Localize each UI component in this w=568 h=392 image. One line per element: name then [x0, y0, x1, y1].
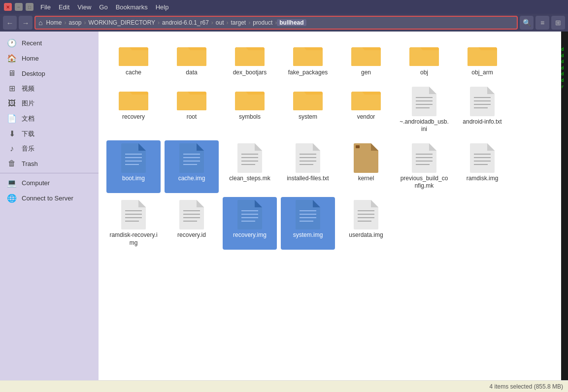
breadcrumb-out[interactable]: out [213, 19, 227, 26]
search-button[interactable]: 🔍 [520, 16, 534, 30]
file-label: boot.img [122, 175, 145, 183]
file-label: cache.img [178, 175, 205, 183]
menu-file[interactable]: File [40, 3, 51, 11]
computer-icon: 💻 [7, 178, 17, 188]
folder-fake_packages[interactable]: fake_packages [281, 39, 335, 80]
folder-recovery[interactable]: recovery [106, 84, 161, 136]
file-installed-files[interactable]: installed-files.txt [281, 140, 335, 193]
sidebar-item-videos[interactable]: ⊞ 视频 [0, 81, 99, 96]
file-cache-img[interactable]: cache.img [165, 140, 219, 193]
folder-icon [177, 87, 206, 111]
trash-icon: 🗑 [7, 159, 17, 168]
main-area: 🕐 Recent 🏠 Home 🖥 Desktop ⊞ 视频 🖼 图片 📄 文档… [0, 32, 568, 380]
folder-gen[interactable]: gen [339, 39, 393, 80]
sidebar-item-recent[interactable]: 🕐 Recent [0, 35, 99, 51]
menu-view[interactable]: View [77, 3, 91, 11]
sidebar-label-recent: Recent [22, 39, 42, 47]
file-label: recovery.img [233, 231, 267, 239]
breadcrumb-home[interactable]: ⌂ [38, 19, 42, 27]
breadcrumb-android[interactable]: android-6.0.1_r67 [160, 19, 211, 26]
file-label: fake_packages [288, 69, 328, 77]
sidebar-item-computer[interactable]: 💻 Computer [0, 175, 99, 191]
titlebar: ✕ − □ File Edit View Go Bookmarks Help [0, 0, 568, 14]
connect-icon: 🌐 [7, 194, 17, 203]
file-area[interactable]: cache data dex_bootjars fake_packages ge… [99, 32, 561, 380]
breadcrumb-product[interactable]: product [250, 19, 275, 26]
minimize-button[interactable]: − [15, 3, 23, 11]
desktop-icon: 🖥 [7, 69, 17, 78]
recent-icon: 🕐 [7, 38, 17, 48]
file-label: ramdisk-recovery.img [108, 231, 159, 247]
file-recovery-img[interactable]: recovery.img [223, 197, 277, 250]
file-icon [121, 143, 146, 173]
file-label: installed-files.txt [287, 175, 329, 183]
svg-rect-26 [177, 95, 206, 110]
sidebar: 🕐 Recent 🏠 Home 🖥 Desktop ⊞ 视频 🖼 图片 📄 文档… [0, 32, 99, 380]
close-button[interactable]: ✕ [4, 3, 12, 11]
file-label: dex_bootjars [233, 69, 267, 77]
sidebar-item-downloads[interactable]: ⬇ 下载 [0, 126, 99, 141]
sidebar-item-home[interactable]: 🏠 Home [0, 51, 99, 66]
grid-view-button[interactable]: ⊞ [551, 16, 565, 30]
folder-dex_bootjars[interactable]: dex_bootjars [223, 39, 277, 80]
file-label: ramdisk.img [467, 175, 499, 183]
file-androidadb[interactable]: ~.androidadb_usb.ini [397, 84, 451, 136]
file-label: userdata.img [349, 231, 383, 239]
breadcrumb-bullhead[interactable]: bullhead [277, 19, 306, 26]
file-label: vendor [357, 113, 375, 121]
folder-icon [468, 42, 497, 67]
file-android-info[interactable]: android-info.txt [455, 84, 509, 136]
maximize-button[interactable]: □ [26, 3, 33, 11]
folder-icon [293, 87, 323, 111]
sidebar-label-desktop: Desktop [22, 70, 45, 77]
breadcrumb-home-label[interactable]: Home [43, 19, 64, 26]
file-previous-build[interactable]: previous_build_config.mk [397, 140, 451, 193]
file-ramdisk-recovery[interactable]: ramdisk-recovery.img [106, 197, 161, 250]
menu-bookmarks[interactable]: Bookmarks [116, 3, 148, 11]
folder-icon [177, 42, 206, 67]
forward-button[interactable]: → [19, 16, 33, 30]
file-icon [470, 143, 495, 173]
file-label: root [187, 113, 197, 121]
menu-help[interactable]: Help [156, 3, 169, 11]
file-icon [237, 143, 262, 173]
svg-rect-35 [351, 95, 381, 110]
list-view-button[interactable]: ≡ [535, 16, 549, 30]
menu-go[interactable]: Go [99, 3, 107, 11]
menu-bar: File Edit View Go Bookmarks Help [40, 3, 168, 11]
folder-obj[interactable]: obj [397, 39, 451, 80]
sidebar-item-music[interactable]: ♪ 音乐 [0, 141, 99, 156]
folder-vendor[interactable]: vendor [339, 84, 393, 136]
sidebar-item-documents[interactable]: 📄 文档 [0, 111, 99, 126]
file-system-img[interactable]: system.img [281, 197, 335, 250]
folder-system[interactable]: system [281, 84, 335, 136]
folder-obj_arm[interactable]: obj_arm [455, 39, 509, 80]
folder-symbols[interactable]: symbols [223, 84, 277, 136]
breadcrumb-asop[interactable]: asop [66, 19, 84, 26]
breadcrumb-working[interactable]: WORKING_DIRECTORY [86, 19, 158, 26]
file-label: previous_build_config.mk [399, 175, 449, 190]
file-kernel[interactable]: kernel [339, 140, 393, 193]
folder-icon [119, 42, 148, 67]
file-icon [296, 200, 320, 229]
folder-root[interactable]: root [165, 84, 219, 136]
sidebar-item-trash[interactable]: 🗑 Trash [0, 156, 99, 171]
sidebar-item-pictures[interactable]: 🖼 图片 [0, 96, 99, 111]
folder-cache[interactable]: cache [106, 39, 161, 80]
file-recovery-id[interactable]: recovery.id [165, 197, 219, 250]
music-icon: ♪ [7, 144, 17, 153]
file-ramdisk-img[interactable]: ramdisk.img [455, 140, 509, 193]
folder-data[interactable]: data [165, 39, 219, 80]
back-button[interactable]: ← [3, 16, 17, 30]
menu-edit[interactable]: Edit [59, 3, 69, 11]
breadcrumb-target[interactable]: target [229, 19, 249, 26]
file-userdata-img[interactable]: userdata.img [339, 197, 393, 250]
file-boot-img[interactable]: boot.img [106, 140, 161, 193]
file-icon [470, 87, 495, 116]
sidebar-item-desktop[interactable]: 🖥 Desktop [0, 66, 99, 81]
file-icon [179, 200, 204, 229]
file-clean-steps[interactable]: clean_steps.mk [223, 140, 277, 193]
sidebar-item-connect[interactable]: 🌐 Connect to Server [0, 191, 99, 206]
sidebar-label-documents: 文档 [22, 114, 34, 123]
folder-icon [409, 42, 439, 67]
